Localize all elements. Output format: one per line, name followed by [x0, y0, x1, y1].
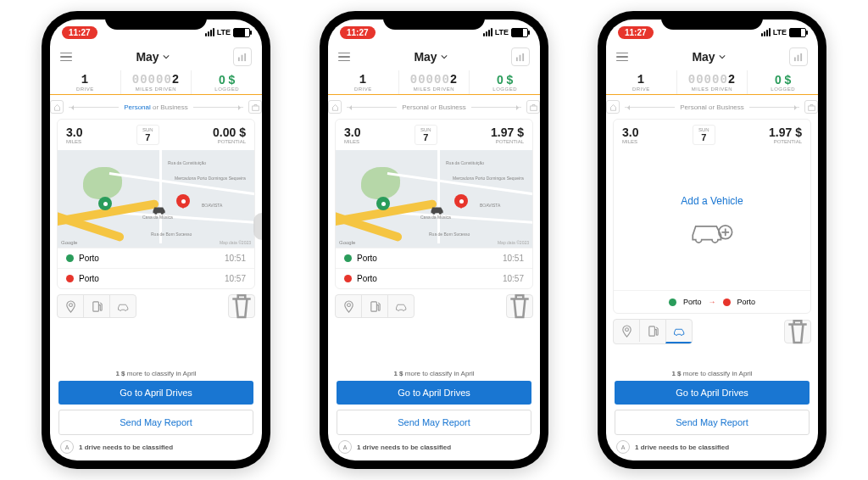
- card-date: SUN7: [415, 125, 437, 145]
- delete-button[interactable]: [506, 294, 533, 318]
- dot-green-icon: [66, 254, 74, 262]
- tool-location[interactable]: [336, 295, 361, 317]
- delete-button[interactable]: [784, 320, 811, 343]
- stat-logged[interactable]: 0 $ LOGGED: [191, 70, 262, 94]
- notch: [105, 11, 207, 30]
- svg-rect-12: [801, 53, 803, 60]
- svg-rect-11: [798, 54, 799, 60]
- stats-button[interactable]: [789, 47, 808, 66]
- go-to-april-button[interactable]: Go to April Drives: [615, 381, 810, 405]
- drive-map[interactable]: Rua da Constituição Mercadona Porto Domi…: [336, 150, 532, 248]
- tool-location[interactable]: [614, 320, 639, 342]
- send-report-button[interactable]: Send May Report: [58, 410, 253, 435]
- stat-drive[interactable]: 1DRIVE: [328, 70, 398, 94]
- signal-icon: [483, 28, 492, 36]
- dot-red-icon: [723, 299, 731, 306]
- map-attribution: Map data ©2023: [220, 240, 251, 245]
- footer-note: A1 drive needs to be classified: [337, 440, 531, 454]
- phone-1: 11:27 LTE May 1 DRIVE 000002 MILES DRIVE…: [42, 11, 270, 469]
- start-location[interactable]: Porto10:51: [336, 248, 532, 268]
- svg-rect-1: [242, 54, 243, 60]
- drive-map[interactable]: Rua da Constituição Mercadona Porto Domi…: [58, 150, 254, 248]
- end-pin-icon: [176, 194, 190, 208]
- tool-fuel[interactable]: [361, 295, 387, 317]
- tool-location[interactable]: [58, 295, 83, 317]
- stat-drive[interactable]: 1DRIVE: [606, 70, 676, 94]
- auto-badge-icon: A: [616, 440, 630, 454]
- month-selector[interactable]: May: [136, 50, 169, 64]
- add-vehicle-pane[interactable]: Add a Vehicle: [614, 150, 810, 290]
- end-location[interactable]: Porto10:57: [336, 268, 532, 288]
- svg-rect-13: [808, 106, 815, 110]
- chevron-down-icon: [719, 53, 726, 60]
- google-logo: Google: [339, 240, 355, 245]
- swipe-hint: Personal or Business: [50, 95, 262, 119]
- card-potential: 1.97 $POTENTIAL: [491, 126, 524, 144]
- dot-green-icon: [669, 299, 676, 306]
- stat-logged[interactable]: 0 $LOGGED: [747, 70, 818, 94]
- dot-green-icon: [344, 254, 352, 262]
- tool-fuel[interactable]: [83, 295, 109, 317]
- card-miles: 3.0MILES: [344, 126, 360, 144]
- start-pin-icon: [376, 197, 390, 210]
- stat-logged[interactable]: 0 $LOGGED: [469, 70, 540, 94]
- auto-badge-icon: A: [60, 440, 74, 454]
- menu-icon[interactable]: [60, 53, 72, 62]
- card-miles: 3.0MILES: [622, 126, 638, 144]
- auto-badge-icon: A: [338, 440, 352, 454]
- tool-vehicle[interactable]: [109, 295, 136, 317]
- battery-icon: [511, 28, 528, 37]
- stat-miles[interactable]: 000002MILES DRIVEN: [676, 70, 748, 94]
- card-toolbar: [57, 294, 255, 318]
- start-pin-icon: [98, 197, 112, 210]
- tool-vehicle[interactable]: [665, 320, 692, 343]
- assistive-touch-icon[interactable]: [253, 213, 262, 240]
- add-vehicle-label: Add a Vehicle: [681, 195, 743, 207]
- signal-icon: [205, 28, 214, 36]
- month-selector[interactable]: May: [414, 50, 447, 64]
- stats-button[interactable]: [233, 47, 252, 66]
- send-report-button[interactable]: Send May Report: [615, 410, 810, 435]
- card-date: SUN7: [136, 125, 159, 145]
- svg-rect-6: [520, 54, 521, 60]
- svg-rect-8: [530, 106, 537, 110]
- status-time: 11:27: [62, 26, 97, 39]
- phone-2: 11:27 LTE May 1DRIVE 000002MILES DRIVEN …: [320, 11, 548, 469]
- stats-row: 1 DRIVE 000002 MILES DRIVEN 0 $ LOGGED: [50, 70, 262, 95]
- month-selector[interactable]: May: [692, 50, 725, 64]
- stat-drive[interactable]: 1 DRIVE: [50, 70, 120, 94]
- home-icon: [606, 100, 620, 114]
- tool-fuel[interactable]: [639, 320, 665, 342]
- drive-card[interactable]: 3.0MILES SUN7 0.00 $POTENTIAL Rua da Con…: [57, 119, 255, 289]
- stat-miles[interactable]: 000002 MILES DRIVEN: [120, 70, 192, 94]
- start-location[interactable]: Porto 10:51: [58, 248, 254, 268]
- footer-note: A1 drive needs to be classified: [615, 440, 810, 454]
- svg-rect-15: [648, 326, 654, 335]
- drive-card[interactable]: 3.0MILES SUN7 1.97 $POTENTIAL Add a Vehi…: [613, 119, 811, 314]
- svg-rect-0: [238, 57, 240, 61]
- go-to-april-button[interactable]: Go to April Drives: [58, 381, 253, 405]
- svg-rect-5: [516, 57, 518, 61]
- end-location[interactable]: Porto 10:57: [58, 268, 254, 288]
- car-icon: [429, 203, 446, 220]
- delete-button[interactable]: [228, 294, 255, 318]
- map-attribution: Map data ©2023: [498, 240, 529, 245]
- classify-note: 1 $ more to classify in April: [337, 370, 531, 377]
- briefcase-icon: [804, 100, 818, 114]
- signal-icon: [761, 28, 771, 36]
- menu-icon[interactable]: [338, 53, 350, 62]
- inline-locations: Porto → Porto: [614, 290, 810, 313]
- briefcase-icon: [526, 100, 540, 114]
- notch: [661, 11, 763, 30]
- stat-miles[interactable]: 000002MILES DRIVEN: [398, 70, 470, 94]
- home-icon: [50, 100, 64, 114]
- svg-rect-7: [523, 53, 525, 60]
- tool-vehicle[interactable]: [387, 295, 414, 317]
- send-report-button[interactable]: Send May Report: [337, 410, 531, 435]
- drive-card[interactable]: 3.0MILES SUN7 1.97 $POTENTIAL Rua da Con…: [335, 119, 533, 289]
- stats-button[interactable]: [511, 47, 530, 66]
- dot-red-icon: [66, 275, 74, 282]
- menu-icon[interactable]: [616, 53, 628, 62]
- go-to-april-button[interactable]: Go to April Drives: [337, 381, 531, 405]
- footer-note: A 1 drive needs to be classified: [58, 440, 253, 454]
